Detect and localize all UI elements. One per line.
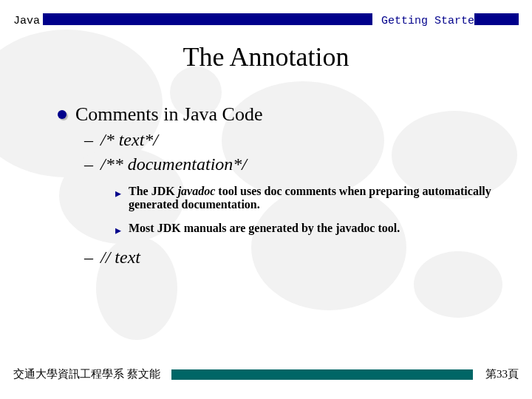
header-left-text: Java bbox=[13, 15, 40, 27]
dash-icon: – bbox=[84, 130, 93, 150]
header-right-text: Getting Started bbox=[381, 15, 481, 27]
bullet-icon bbox=[58, 110, 66, 119]
footer-left-text: 交通大學資訊工程學系 蔡文能 bbox=[13, 367, 160, 381]
bullet-level1-text: Comments in Java Code bbox=[75, 103, 262, 126]
header-bar-right bbox=[474, 13, 519, 25]
bullet-level2-text: /* text*/ bbox=[100, 130, 158, 150]
bullet-level3-item2: ▸ Most JDK manuals are generated by the … bbox=[115, 222, 502, 237]
footer: 交通大學資訊工程學系 蔡文能 第33頁 bbox=[0, 365, 532, 381]
bullet-level2-text: /** documentation*/ bbox=[100, 154, 247, 174]
bullet-level1: Comments in Java Code bbox=[58, 103, 502, 126]
content-area: Comments in Java Code – /* text*/ – /** … bbox=[58, 103, 502, 272]
arrow-icon: ▸ bbox=[115, 186, 121, 200]
header: Java Getting Started bbox=[0, 13, 532, 33]
footer-page-number: 第33頁 bbox=[485, 367, 519, 381]
footer-bar bbox=[171, 369, 473, 380]
header-bar-left bbox=[43, 13, 372, 25]
dash-icon: – bbox=[84, 248, 93, 267]
bullet-level3-text: The JDK javadoc tool uses doc comments w… bbox=[129, 185, 502, 211]
dash-icon: – bbox=[84, 154, 93, 174]
bullet-level2-item3: – // text bbox=[84, 248, 502, 267]
bullet-level2-text: // text bbox=[100, 248, 140, 267]
bullet-level2-item1: – /* text*/ bbox=[84, 130, 502, 150]
slide: Java Getting Started The Annotation Comm… bbox=[0, 0, 532, 399]
slide-title: The Annotation bbox=[0, 41, 532, 72]
arrow-icon: ▸ bbox=[115, 223, 121, 237]
bullet-level3-text: Most JDK manuals are generated by the ja… bbox=[129, 222, 400, 235]
bullet-level3-item1: ▸ The JDK javadoc tool uses doc comments… bbox=[115, 185, 502, 211]
bullet-level2-item2: – /** documentation*/ bbox=[84, 154, 502, 174]
